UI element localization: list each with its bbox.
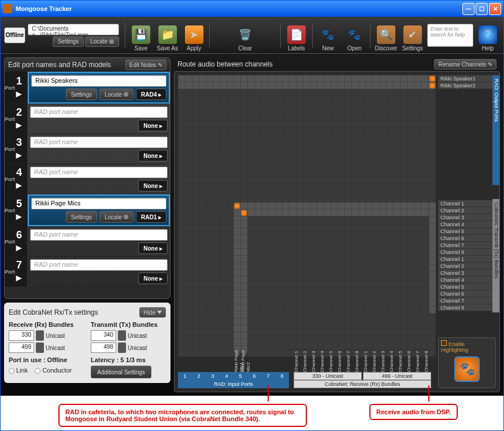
port-locate-button[interactable]: Locate xyxy=(99,89,134,100)
port-number: Port2 ▸ xyxy=(5,104,28,134)
port-name-input[interactable]: RAD port name xyxy=(30,259,168,271)
settings-button[interactable]: Settings xyxy=(53,36,84,47)
rx-channel-label: Channel 6 xyxy=(337,349,342,372)
input-channel-label: Rikki Page Mic2 xyxy=(240,349,251,372)
paw-button[interactable]: 🐾 xyxy=(454,356,480,382)
bundle-number-input[interactable]: 499 xyxy=(9,342,34,353)
bundle-stepper[interactable] xyxy=(118,342,126,353)
tx-channel-label[interactable]: Channel 3 xyxy=(438,270,496,277)
apply-button[interactable]: ➤Apply xyxy=(182,19,206,51)
input-port-tab[interactable]: 5 xyxy=(234,372,247,380)
bundle-stepper[interactable] xyxy=(36,330,44,341)
bundle-number-input[interactable]: 330 xyxy=(9,330,34,341)
tx-channel-label[interactable]: Channel 6 xyxy=(438,290,496,297)
enable-highlighting-checkbox[interactable] xyxy=(441,340,447,346)
route-point[interactable] xyxy=(429,76,435,82)
save-as-button[interactable]: 📁Save As xyxy=(155,19,180,51)
port-model-select[interactable]: RAD1 ▸ xyxy=(136,211,166,223)
offline-badge: Offline xyxy=(4,27,25,43)
additional-settings-button[interactable]: Additional Settings xyxy=(91,366,151,378)
tx-channel-label[interactable]: Channel 8 xyxy=(438,249,496,256)
tx-channel-label[interactable]: Channel 6 xyxy=(438,235,496,242)
rx-channel-label: Channel 5 xyxy=(398,349,403,372)
input-port-tab[interactable]: 2 xyxy=(192,372,206,380)
input-port-tab[interactable]: 7 xyxy=(261,372,275,380)
route-point[interactable] xyxy=(241,210,247,216)
save-button[interactable]: 💾Save xyxy=(129,19,153,51)
route-point[interactable] xyxy=(234,203,240,209)
port-name-input[interactable]: RAD port name xyxy=(30,106,168,118)
port-name-input[interactable]: Rikki Speakers xyxy=(31,75,166,87)
port-settings-button[interactable]: Settings xyxy=(66,89,97,100)
port-model-select[interactable]: None ▸ xyxy=(138,120,168,131)
settings2-button[interactable]: ✔Settings xyxy=(401,19,425,51)
port-model-select[interactable]: None ▸ xyxy=(138,242,168,254)
port-settings-button[interactable]: Settings xyxy=(66,211,97,223)
tx-channel-label[interactable]: Channel 4 xyxy=(438,221,496,228)
route-point[interactable] xyxy=(429,83,435,89)
tx-channel-label[interactable]: Channel 7 xyxy=(438,242,496,249)
tx-channel-label[interactable]: Channel 2 xyxy=(438,263,496,270)
port-name-input[interactable]: RAD port name xyxy=(30,137,168,148)
hide-button[interactable]: Hide xyxy=(139,307,166,318)
labels-button[interactable]: 📄Labels xyxy=(284,19,309,51)
tx-channel-label[interactable]: Channel 7 xyxy=(438,297,496,304)
routing-matrix[interactable]: Rikki Speaker1Rikki Speaker2Channel 1Cha… xyxy=(174,71,500,392)
tx-channel-label[interactable]: Channel 8 xyxy=(438,304,496,311)
bundle-stepper[interactable] xyxy=(118,330,126,341)
rx-channel-label: Channel 3 xyxy=(311,349,316,372)
tx-channel-label[interactable]: Channel 5 xyxy=(438,283,496,290)
output-ports-tab[interactable]: RAD: Output Ports xyxy=(492,75,500,185)
port-model-select[interactable]: None ▸ xyxy=(138,272,168,284)
tx-bundles-tab[interactable]: CobraNet: Transmit (Tx) Bundles xyxy=(492,199,500,312)
edit-notes-button[interactable]: Edit Notes ✎ xyxy=(125,60,166,70)
port-model-select[interactable]: None ▸ xyxy=(138,180,168,191)
discover-button[interactable]: 🔍Discover xyxy=(374,19,398,51)
port-number: Port1 ▸ xyxy=(5,72,28,104)
locate-button[interactable]: Locate xyxy=(85,36,119,47)
output-channel-label[interactable]: Rikki Speaker1 xyxy=(438,75,496,82)
port-number: Port5 ▸ xyxy=(5,194,28,226)
port-model-select[interactable]: RAD4 ▸ xyxy=(136,89,166,100)
help-search-input[interactable]: Enter text to search for help xyxy=(427,24,474,47)
gear-icon: ✔ xyxy=(403,25,422,44)
input-port-tab[interactable]: 3 xyxy=(206,372,220,380)
tx-channel-label[interactable]: Channel 5 xyxy=(438,228,496,235)
bundle-number-input[interactable]: 340 xyxy=(91,330,116,341)
bundle-stepper[interactable] xyxy=(36,342,44,353)
help-button[interactable]: ?Help xyxy=(476,19,500,51)
port-locate-button[interactable]: Locate xyxy=(99,211,134,223)
rx-bundle-tab[interactable]: 499 - Unicast xyxy=(363,372,431,380)
new-button[interactable]: 🐾New xyxy=(316,19,340,51)
port-name-input[interactable]: RAD port name xyxy=(30,167,168,178)
input-port-tab[interactable]: 8 xyxy=(275,372,289,380)
tx-channel-label[interactable]: Channel 3 xyxy=(438,214,496,221)
bundle-number-input[interactable]: 498 xyxy=(91,342,116,353)
input-port-tab[interactable]: 6 xyxy=(247,372,261,380)
tx-channel-label[interactable]: Channel 4 xyxy=(438,277,496,283)
input-port-tab[interactable]: 4 xyxy=(220,372,234,380)
rx-channel-label: Channel 8 xyxy=(424,349,429,372)
route-title: Route audio between channels xyxy=(177,60,273,68)
rename-channels-button[interactable]: Rename Channels ✎ xyxy=(434,59,496,69)
file-path-input[interactable]: C:\Documents a...\RikkiTikkiTavi.mgs xyxy=(28,24,119,35)
open-button[interactable]: 🐾Open xyxy=(342,19,366,51)
clear-button[interactable]: 🗑️Clear xyxy=(233,19,257,51)
input-port-tab[interactable]: 1 xyxy=(178,372,192,380)
output-channel-label[interactable]: Rikki Speaker2 xyxy=(438,82,496,89)
port-model-select[interactable]: None ▸ xyxy=(138,150,168,161)
paw-icon: 🐾 xyxy=(318,25,337,44)
rx-bundle-tab[interactable]: 330 - Unicast xyxy=(294,372,362,380)
port-name-input[interactable]: Rikki Page Mics xyxy=(31,198,166,209)
tx-channel-label[interactable]: Channel 1 xyxy=(438,256,496,263)
input-ports-strip: RAD: Input Ports xyxy=(178,380,289,388)
port-name-input[interactable]: RAD port name xyxy=(30,229,168,241)
port-row: Port2 ▸ RAD port name None ▸ xyxy=(5,104,170,134)
close-button[interactable]: ✕ xyxy=(489,3,501,15)
tx-channel-label[interactable]: Channel 1 xyxy=(438,200,496,207)
minimize-button[interactable]: — xyxy=(462,3,475,15)
conductor-radio[interactable] xyxy=(35,368,40,374)
link-radio[interactable] xyxy=(9,368,14,374)
tx-channel-label[interactable]: Channel 2 xyxy=(438,207,496,214)
maximize-button[interactable]: ☐ xyxy=(476,3,488,15)
